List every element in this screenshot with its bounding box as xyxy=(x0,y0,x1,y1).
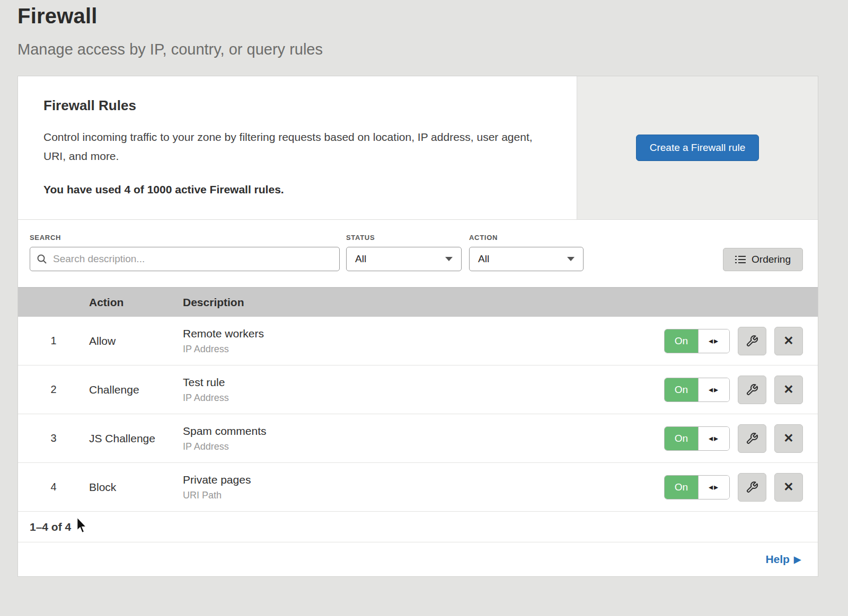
wrench-icon xyxy=(746,383,758,396)
search-box xyxy=(30,247,340,271)
column-description: Description xyxy=(183,296,648,309)
help-link[interactable]: Help ▶ xyxy=(765,553,801,566)
edit-rule-button[interactable] xyxy=(738,376,766,404)
left-right-arrows-icon: ◂▸ xyxy=(709,336,719,346)
firewall-rules-card: Firewall Rules Control incoming traffic … xyxy=(18,76,818,220)
action-selected-value: All xyxy=(478,253,489,265)
delete-rule-button[interactable]: ✕ xyxy=(774,376,803,404)
search-icon xyxy=(37,254,47,264)
help-arrow-icon: ▶ xyxy=(794,554,801,565)
action-label: Action xyxy=(469,234,584,242)
wrench-icon xyxy=(746,335,758,347)
rule-description-cell: Remote workers IP Address xyxy=(183,327,648,355)
left-right-arrows-icon: ◂▸ xyxy=(709,482,719,492)
toggle-arrows-button[interactable]: ◂▸ xyxy=(699,378,729,401)
rule-number: 1 xyxy=(18,335,89,347)
delete-rule-button[interactable]: ✕ xyxy=(774,424,803,453)
action-filter-group: Action All xyxy=(462,234,584,271)
ordering-button-label: Ordering xyxy=(752,254,791,265)
close-icon: ✕ xyxy=(783,480,793,494)
rule-description-text: Spam comments xyxy=(183,425,648,438)
status-filter-group: Status All xyxy=(340,234,462,271)
pagination-bar: 1–4 of 4 xyxy=(18,512,818,542)
rule-controls: On ◂▸ ✕ xyxy=(648,376,818,404)
toggle-arrows-button[interactable]: ◂▸ xyxy=(699,329,729,353)
wrench-icon xyxy=(746,481,758,494)
delete-rule-button[interactable]: ✕ xyxy=(774,473,803,502)
rule-controls: On ◂▸ ✕ xyxy=(648,473,818,502)
status-select[interactable]: All xyxy=(346,247,462,271)
table-row: 3 JS Challenge Spam comments IP Address … xyxy=(18,414,818,463)
rule-action: JS Challenge xyxy=(89,432,183,445)
table-row: 1 Allow Remote workers IP Address On ◂▸ … xyxy=(18,317,818,365)
close-icon: ✕ xyxy=(783,334,793,348)
help-link-label: Help xyxy=(765,553,790,566)
rule-toggle: On ◂▸ xyxy=(664,426,730,451)
edit-rule-button[interactable] xyxy=(738,424,766,453)
rule-match-type: URI Path xyxy=(183,490,648,501)
delete-rule-button[interactable]: ✕ xyxy=(774,327,803,355)
firewall-panel: Firewall Rules Control incoming traffic … xyxy=(17,76,818,577)
rule-action: Block xyxy=(89,481,183,494)
rule-match-type: IP Address xyxy=(183,392,648,404)
rule-toggle: On ◂▸ xyxy=(664,378,730,402)
toggle-on-button[interactable]: On xyxy=(665,476,699,499)
close-icon: ✕ xyxy=(783,431,793,445)
table-row: 2 Challenge Test rule IP Address On ◂▸ ✕ xyxy=(18,365,818,414)
column-action: Action xyxy=(89,296,183,309)
rule-number: 2 xyxy=(18,383,89,396)
rule-description-text: Remote workers xyxy=(183,327,648,340)
rule-action: Allow xyxy=(89,335,183,347)
rule-number: 3 xyxy=(18,432,89,444)
card-title: Firewall Rules xyxy=(43,97,551,114)
toggle-arrows-button[interactable]: ◂▸ xyxy=(699,427,729,450)
search-filter-group: Search xyxy=(30,234,340,271)
ordering-list-icon xyxy=(735,255,746,264)
page-title: Firewall xyxy=(17,4,848,28)
rule-toggle: On ◂▸ xyxy=(664,329,730,353)
status-label: Status xyxy=(346,234,462,242)
rule-controls: On ◂▸ ✕ xyxy=(648,327,818,355)
card-description: Control incoming traffic to your zone by… xyxy=(43,128,551,165)
page-header: Firewall Manage access by IP, country, o… xyxy=(0,0,848,58)
rule-toggle: On ◂▸ xyxy=(664,475,730,499)
ordering-button[interactable]: Ordering xyxy=(723,248,803,271)
pagination-text: 1–4 of 4 xyxy=(30,521,71,533)
table-header: Action Description xyxy=(18,287,818,317)
rule-description-text: Private pages xyxy=(183,474,648,486)
rule-match-type: IP Address xyxy=(183,441,648,452)
rule-description-cell: Private pages URI Path xyxy=(183,474,648,501)
firewall-rules-info: Firewall Rules Control incoming traffic … xyxy=(18,76,577,219)
footer-bar: Help ▶ xyxy=(18,542,818,576)
action-select[interactable]: All xyxy=(469,247,584,271)
page-subtitle: Manage access by IP, country, or query r… xyxy=(17,41,848,58)
filters-bar: Search Status All Action All xyxy=(18,220,818,287)
status-selected-value: All xyxy=(355,253,366,265)
toggle-on-button[interactable]: On xyxy=(665,427,699,450)
edit-rule-button[interactable] xyxy=(738,473,766,502)
edit-rule-button[interactable] xyxy=(738,327,766,355)
left-right-arrows-icon: ◂▸ xyxy=(709,385,719,395)
create-rule-panel: Create a Firewall rule xyxy=(577,76,818,219)
toggle-on-button[interactable]: On xyxy=(665,378,699,401)
close-icon: ✕ xyxy=(783,382,793,397)
rule-match-type: IP Address xyxy=(183,344,648,355)
left-right-arrows-icon: ◂▸ xyxy=(709,433,719,443)
toggle-arrows-button[interactable]: ◂▸ xyxy=(699,476,729,499)
create-firewall-rule-button[interactable]: Create a Firewall rule xyxy=(636,135,759,161)
rule-action: Challenge xyxy=(89,383,183,396)
rules-usage-text: You have used 4 of 1000 active Firewall … xyxy=(43,183,551,196)
rule-description-cell: Spam comments IP Address xyxy=(183,425,648,452)
rule-description-cell: Test rule IP Address xyxy=(183,376,648,404)
search-label: Search xyxy=(30,234,340,242)
chevron-down-icon xyxy=(445,257,453,261)
rule-controls: On ◂▸ ✕ xyxy=(648,424,818,453)
table-row: 4 Block Private pages URI Path On ◂▸ ✕ xyxy=(18,463,818,512)
rule-number: 4 xyxy=(18,481,89,493)
search-input[interactable] xyxy=(52,253,333,265)
toggle-on-button[interactable]: On xyxy=(665,329,699,353)
wrench-icon xyxy=(746,432,758,445)
rule-description-text: Test rule xyxy=(183,376,648,389)
chevron-down-icon xyxy=(567,257,575,261)
